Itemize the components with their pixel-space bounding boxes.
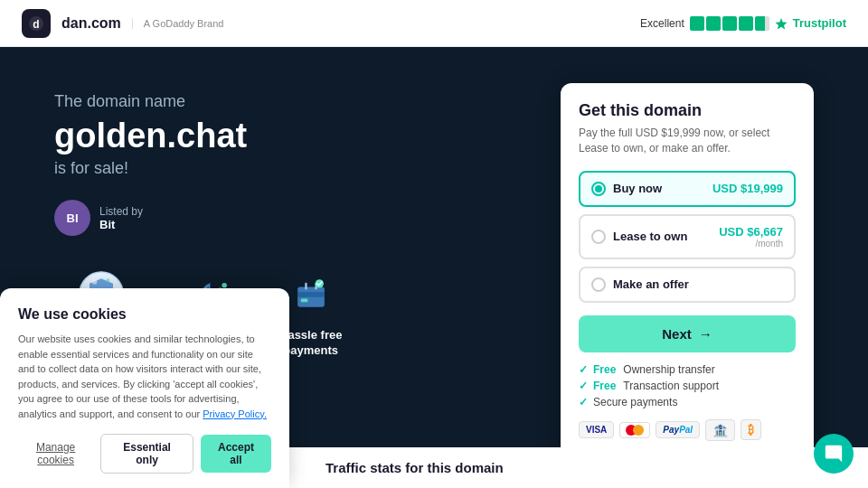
- option-buy-now-price: USD $19,999: [712, 182, 783, 195]
- radio-buy-now: [591, 182, 606, 196]
- svg-point-6: [222, 283, 227, 288]
- privacy-policy-link[interactable]: Privacy Policy.: [203, 408, 267, 419]
- radio-lease: [591, 230, 606, 244]
- cookie-buttons: Manage cookies Essential only Accept all: [18, 434, 271, 474]
- trustpilot-label: Excellent: [640, 17, 684, 30]
- avatar: BI: [54, 200, 90, 236]
- manage-cookies-button[interactable]: Manage cookies: [18, 441, 93, 466]
- option-lease-right: USD $6,667 /month: [719, 225, 783, 249]
- trustpilot-badge: Excellent Trustpilot: [640, 16, 846, 31]
- benefit-ownership: ✓ Free Ownership transfer: [579, 363, 796, 376]
- star-5: [755, 16, 769, 31]
- option-buy-now-label: Buy now: [613, 182, 662, 195]
- visa-icon: VISA: [579, 421, 614, 438]
- trustpilot-star-icon: [775, 17, 788, 30]
- svg-point-4: [92, 279, 98, 285]
- chat-button[interactable]: [814, 434, 854, 474]
- listed-by: BI Listed by Bit: [54, 200, 524, 236]
- mastercard-icon: [619, 422, 650, 438]
- hassle-free-icon: [286, 268, 336, 319]
- option-buy-now-left: Buy now: [591, 182, 662, 196]
- next-arrow-icon: →: [699, 326, 712, 342]
- bank-icon: 🏦: [705, 419, 735, 441]
- svg-rect-10: [301, 299, 307, 303]
- benefit-transaction: ✓ Free Transaction support: [579, 380, 796, 392]
- cookie-title: We use cookies: [18, 306, 271, 323]
- check-icon-3: ✓: [579, 396, 588, 408]
- listed-by-label: Listed by: [99, 205, 143, 218]
- listed-by-name: Bit: [99, 218, 143, 231]
- svg-rect-9: [297, 292, 325, 297]
- domain-intro: The domain name: [54, 92, 524, 111]
- benefit-secure: ✓ Secure payments: [579, 396, 796, 408]
- crypto-icon: ₿: [741, 419, 761, 440]
- godaddy-brand: A GoDaddy Brand: [132, 18, 224, 29]
- option-lease-sub: /month: [719, 239, 783, 249]
- accept-all-button[interactable]: Accept all: [201, 435, 271, 473]
- free-label-2: Free: [593, 380, 616, 392]
- panel-subtitle: Pay the full USD $19,999 now, or select …: [579, 126, 796, 156]
- svg-rect-8: [297, 287, 325, 307]
- option-offer-label: Make an offer: [613, 277, 689, 291]
- star-2: [706, 16, 721, 31]
- benefits-list: ✓ Free Ownership transfer ✓ Free Transac…: [579, 363, 796, 408]
- payment-icons: VISA PayPal 🏦 ₿: [579, 419, 796, 441]
- star-3: [722, 16, 737, 31]
- star-1: [690, 16, 704, 31]
- option-lease-price: USD $6,667: [719, 225, 783, 239]
- listed-by-info: Listed by Bit: [99, 205, 143, 231]
- svg-marker-2: [775, 18, 787, 30]
- svg-point-5: [107, 278, 110, 282]
- option-buy-now[interactable]: Buy now USD $19,999: [579, 171, 796, 207]
- header-left: d dan.com A GoDaddy Brand: [22, 9, 223, 38]
- star-4: [739, 16, 753, 31]
- domain-panel: Get this domain Pay the full USD $19,999…: [561, 83, 814, 459]
- benefit-secure-text: Secure payments: [593, 396, 677, 408]
- radio-offer: [591, 277, 606, 292]
- chat-icon: [824, 444, 844, 464]
- header: d dan.com A GoDaddy Brand Excellent Trus…: [0, 0, 868, 47]
- next-button[interactable]: Next →: [579, 315, 796, 352]
- svg-text:d: d: [33, 18, 39, 31]
- benefit-transaction-text: Transaction support: [623, 380, 719, 392]
- check-icon-2: ✓: [579, 380, 588, 392]
- paypal-icon: PayPal: [656, 421, 700, 438]
- logo-icon: d: [22, 9, 51, 38]
- check-icon-1: ✓: [579, 363, 588, 376]
- domain-sale-text: is for sale!: [54, 159, 524, 178]
- site-logo[interactable]: dan.com: [61, 15, 121, 32]
- option-offer-left: Make an offer: [591, 277, 689, 292]
- benefit-ownership-text: Ownership transfer: [623, 363, 714, 376]
- option-lease-label: Lease to own: [613, 230, 687, 243]
- next-button-label: Next: [662, 326, 692, 342]
- free-label-1: Free: [593, 363, 616, 376]
- traffic-title: Traffic stats for this domain: [326, 460, 832, 475]
- traffic-teaser: Traffic stats for this domain: [289, 447, 868, 488]
- trustpilot-wordmark: Trustpilot: [793, 16, 846, 30]
- essential-only-button[interactable]: Essential only: [100, 434, 193, 474]
- option-buy-now-right: USD $19,999: [712, 182, 783, 195]
- option-lease-left: Lease to own: [591, 230, 687, 244]
- domain-name: golden.chat: [54, 117, 524, 155]
- option-offer[interactable]: Make an offer: [579, 267, 796, 303]
- panel-title: Get this domain: [579, 101, 796, 120]
- option-lease[interactable]: Lease to own USD $6,667 /month: [579, 214, 796, 259]
- cookie-text: Our website uses cookies and similar tec…: [18, 332, 271, 421]
- cookie-banner: We use cookies Our website uses cookies …: [0, 288, 289, 488]
- trust-stars: [690, 16, 769, 31]
